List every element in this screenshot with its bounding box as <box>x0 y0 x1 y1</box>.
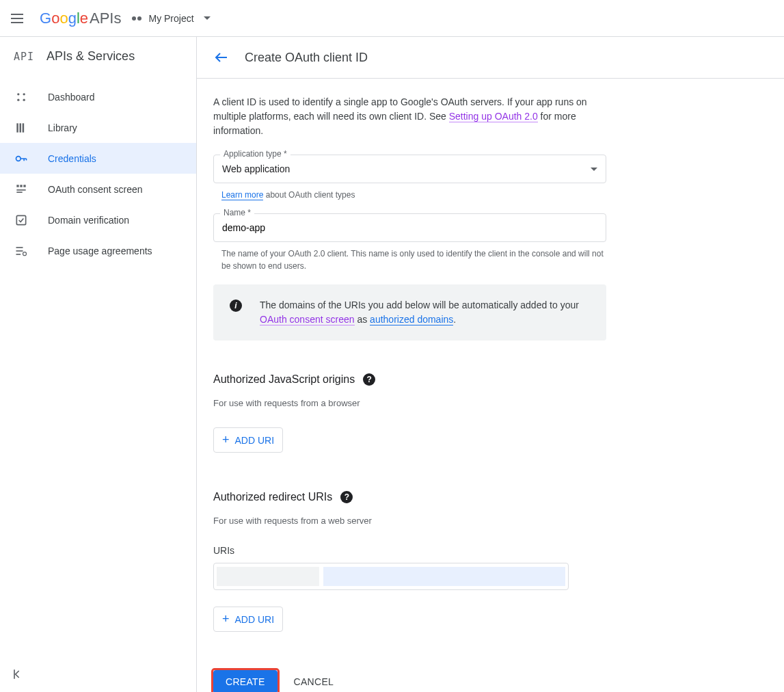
svg-point-2 <box>17 98 19 101</box>
learn-more-link[interactable]: Learn more <box>221 190 263 200</box>
app-type-helper: Learn more about OAuth client types <box>221 189 604 201</box>
svg-rect-9 <box>20 185 22 187</box>
redirect-title: Authorized redirect URIs <box>213 491 332 503</box>
sidebar-item-library[interactable]: Library <box>0 112 196 143</box>
add-uri-button-js[interactable]: + ADD URI <box>213 427 283 453</box>
sidebar: API APIs & Services Dashboard Library Cr… <box>0 37 197 692</box>
page-title: Create OAuth client ID <box>245 51 368 65</box>
logo-suffix: APIs <box>90 10 121 27</box>
project-selector[interactable]: My Project <box>131 12 210 25</box>
project-name: My Project <box>148 13 193 24</box>
authorized-domains-link[interactable]: authorized domains <box>370 314 453 325</box>
name-input[interactable] <box>222 222 597 233</box>
sidebar-item-credentials[interactable]: Credentials <box>0 143 196 174</box>
page-header: Create OAuth client ID <box>197 37 784 79</box>
svg-rect-10 <box>23 185 25 187</box>
plus-icon: + <box>222 612 230 626</box>
redirect-uris-section: Authorized redirect URIs ? For use with … <box>213 491 768 632</box>
add-uri-button-redirect[interactable]: + ADD URI <box>213 607 283 632</box>
library-icon <box>14 120 29 135</box>
name-field: Name * <box>213 213 606 242</box>
help-icon[interactable]: ? <box>363 373 375 386</box>
top-bar: Google APIs My Project <box>0 0 784 37</box>
svg-point-3 <box>23 98 25 101</box>
redirect-uri-input[interactable] <box>213 563 569 590</box>
consent-icon <box>14 182 29 197</box>
redacted-uri-part <box>217 567 319 586</box>
page-description: A client ID is used to identify a single… <box>213 95 610 138</box>
cancel-button[interactable]: CANCEL <box>294 676 334 687</box>
svg-point-7 <box>16 156 21 161</box>
name-helper: The name of your OAuth 2.0 client. This … <box>221 248 604 272</box>
sidebar-item-domain-verification[interactable]: Domain verification <box>0 204 196 235</box>
hamburger-menu-icon[interactable] <box>11 10 27 27</box>
svg-point-17 <box>23 252 27 255</box>
setting-up-oauth-link[interactable]: Setting up OAuth 2.0 <box>449 111 538 122</box>
sidebar-item-dashboard[interactable]: Dashboard <box>0 81 196 112</box>
svg-rect-4 <box>16 123 18 132</box>
action-buttons: CREATE CANCEL <box>213 670 768 692</box>
application-type-value: Web application <box>222 163 290 174</box>
application-type-select[interactable]: Web application <box>213 155 606 183</box>
sidebar-item-page-usage[interactable]: Page usage agreements <box>0 235 196 266</box>
help-icon[interactable]: ? <box>340 491 353 503</box>
js-origins-section: Authorized JavaScript origins ? For use … <box>213 373 768 453</box>
main-panel: Create OAuth client ID A client ID is us… <box>197 37 784 692</box>
name-label: Name * <box>220 208 254 217</box>
svg-point-1 <box>23 93 25 95</box>
application-type-label: Application type * <box>220 149 290 159</box>
sidebar-item-oauth-consent[interactable]: OAuth consent screen <box>0 174 196 204</box>
checkbox-icon <box>14 213 29 228</box>
sidebar-title-text: APIs & Services <box>46 49 135 64</box>
sidebar-header: API APIs & Services <box>0 37 196 76</box>
oauth-consent-link[interactable]: OAuth consent screen <box>260 314 355 325</box>
svg-rect-15 <box>16 250 23 252</box>
google-apis-logo[interactable]: Google APIs <box>40 10 121 27</box>
sidebar-item-label: Page usage agreements <box>48 245 152 256</box>
dropdown-caret-icon <box>591 168 597 171</box>
api-badge: API <box>14 51 34 63</box>
dropdown-caret-icon <box>204 16 211 20</box>
svg-rect-13 <box>16 215 25 224</box>
sidebar-item-label: Library <box>48 122 77 133</box>
svg-rect-11 <box>16 189 25 191</box>
project-dots-icon <box>131 12 144 25</box>
sidebar-item-label: Dashboard <box>48 92 95 103</box>
plus-icon: + <box>222 433 230 447</box>
collapse-sidebar-icon[interactable] <box>11 667 185 681</box>
svg-rect-8 <box>16 185 18 187</box>
sidebar-nav: Dashboard Library Credentials OAuth cons… <box>0 76 196 266</box>
redirect-subtitle: For use with requests from a web server <box>213 516 768 526</box>
sidebar-item-label: OAuth consent screen <box>48 184 143 195</box>
uris-label: URIs <box>213 545 768 556</box>
sidebar-item-label: Domain verification <box>48 215 129 226</box>
svg-rect-14 <box>16 247 23 248</box>
svg-rect-6 <box>23 123 25 132</box>
svg-rect-12 <box>16 191 22 193</box>
js-origins-title: Authorized JavaScript origins <box>213 373 355 386</box>
redacted-uri-part <box>323 567 565 586</box>
application-type-field: Application type * Web application <box>213 155 606 183</box>
create-button[interactable]: CREATE <box>213 670 278 692</box>
info-banner: i The domains of the URIs you add below … <box>213 284 606 341</box>
js-origins-subtitle: For use with requests from a browser <box>213 398 768 408</box>
key-icon <box>14 151 29 166</box>
list-gear-icon <box>14 243 29 258</box>
dashboard-icon <box>14 90 29 105</box>
svg-rect-5 <box>20 123 22 132</box>
back-arrow-icon[interactable] <box>213 49 230 66</box>
info-icon: i <box>230 300 242 312</box>
svg-rect-16 <box>16 254 21 255</box>
svg-point-0 <box>17 93 19 95</box>
sidebar-item-label: Credentials <box>48 153 96 164</box>
